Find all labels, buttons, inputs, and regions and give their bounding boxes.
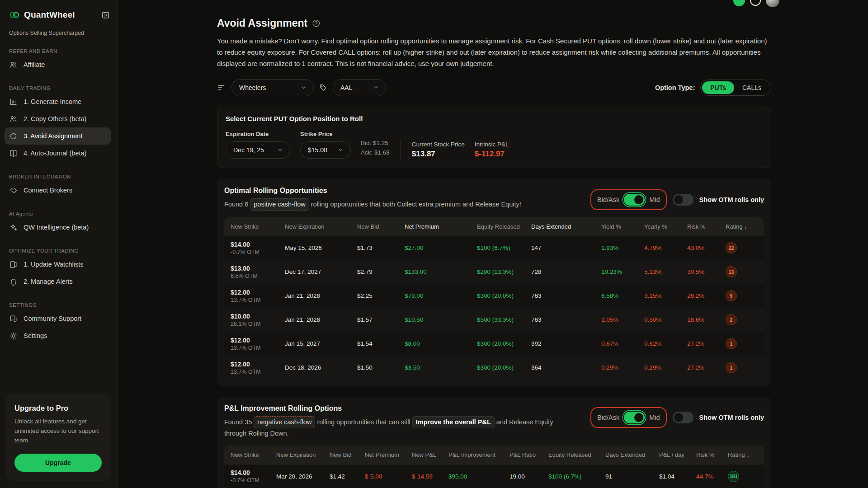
expiration-select[interactable]: Dec 19, 25 [226, 141, 290, 159]
cell-value: $8.00 [405, 340, 477, 347]
column-header[interactable]: New Expiration [276, 451, 330, 458]
show-otm-label: Show OTM rolls only [699, 414, 764, 421]
section-title: Optimal Rolling Opportunities [224, 187, 521, 195]
column-header[interactable]: New Strike [231, 223, 285, 230]
sidebar-item-settings[interactable]: Settings [5, 327, 111, 344]
ticker-select[interactable]: AAL [333, 79, 386, 96]
column-header[interactable]: Yield % [601, 223, 644, 230]
option-type-calls[interactable]: CALLs [734, 81, 769, 94]
sidebar-item-label: Community Support [24, 315, 81, 322]
strike-select[interactable]: $15.00 [300, 141, 351, 159]
sidebar-item-2-copy-others-beta[interactable]: 2. Copy Others (beta) [5, 110, 111, 127]
bidask-mid-toggle[interactable] [624, 194, 645, 206]
stock-price-value: $13.87 [412, 150, 465, 159]
column-header[interactable]: Days Extended [531, 223, 601, 230]
sidebar-item-2-manage-alerts[interactable]: 2. Manage Alerts [5, 273, 111, 290]
cell-value: $133.00 [405, 268, 477, 275]
table-cell: $12.0013.7% OTM [231, 289, 285, 303]
column-header[interactable]: Yearly % [644, 223, 687, 230]
cell-value: 147 [531, 244, 601, 251]
table-cell: $100 (6.7%) [477, 244, 531, 251]
strategy-select[interactable]: Wheelers [231, 79, 314, 96]
sidebar-item-affiliate[interactable]: Affiliate [5, 56, 111, 73]
column-header[interactable]: P&L / day [659, 451, 696, 458]
table-row[interactable]: $12.0013.7% OTMJan 21, 2028$2.25$79.00$3… [224, 284, 764, 308]
show-otm-toggle[interactable] [673, 194, 693, 206]
strategy-value: Wheelers [239, 84, 266, 91]
show-otm-label: Show OTM rolls only [699, 196, 764, 203]
column-header[interactable]: New Expiration [285, 223, 357, 230]
column-header[interactable]: New Bid [330, 451, 365, 458]
section-subtitle: Found 6 positive cash-flow rolling oppor… [224, 198, 521, 211]
column-header[interactable]: Net Premium [405, 223, 477, 230]
column-header[interactable]: Equity Released [548, 451, 605, 458]
cell-value: 4.79% [644, 244, 687, 251]
table-row[interactable]: $14.00-0.7% OTMMar 20, 2026$1.42$-5.00$-… [224, 464, 764, 488]
table-row[interactable]: $14.00-0.7% OTMMay 15, 2026$1.73$27.00$1… [224, 236, 764, 260]
cell-value: $12.00 [231, 289, 285, 296]
sidebar-item-4-auto-journal-beta[interactable]: 4. Auto-Journal (beta) [5, 145, 111, 162]
users-icon [9, 61, 18, 69]
table-row[interactable]: $13.006.5% OTMDec 17, 2027$2.79$133.00$2… [224, 260, 764, 284]
strike-value: $15.00 [308, 146, 327, 154]
sidebar-item-3-avoid-assignment[interactable]: 3. Avoid Assignment [5, 127, 111, 145]
column-header[interactable]: Rating ↓ [728, 451, 764, 458]
table-cell: 18.6% [687, 316, 726, 323]
option-type-puts[interactable]: PUTs [702, 81, 734, 94]
cell-value: Jan 21, 2028 [285, 292, 357, 299]
table-row[interactable]: $10.0028.1% OTMJan 21, 2028$1.57$10.50$5… [224, 308, 764, 332]
cell-value: 19.00 [509, 473, 548, 480]
table-cell: Jan 15, 2027 [285, 340, 357, 347]
toggle-knob [674, 413, 683, 422]
sidebar-item-connect-brokers[interactable]: Connect Brokers [5, 182, 111, 199]
sidebar-item-1-update-watchlists[interactable]: 1. Update Watchlists [5, 256, 111, 273]
column-header[interactable]: Days Extended [605, 451, 659, 458]
table-cell: Mar 20, 2026 [276, 473, 330, 480]
position-panel-title: Select Current PUT Option Position to Ro… [226, 115, 763, 122]
sidebar-section: OPTIMIZE YOUR TRADING1. Update Watchlist… [9, 248, 111, 290]
table-row[interactable]: $12.0013.7% OTMDec 18, 2026$1.50$3.50$30… [224, 356, 764, 380]
table-cell: 3.15% [644, 292, 687, 299]
expiration-field: Expiration Date Dec 19, 25 [226, 131, 290, 159]
cell-value: $14.00 [231, 241, 285, 248]
sidebar-item-community-support[interactable]: Community Support [5, 310, 111, 327]
chevron-down-icon [337, 146, 344, 153]
ticker-value: AAL [340, 84, 352, 91]
rating-badge: 181 [728, 471, 739, 482]
sidebar-item-1-generate-income[interactable]: 1. Generate Income [5, 93, 111, 110]
filter-icon[interactable] [217, 83, 226, 92]
page-title: Avoid Assignment [217, 17, 307, 29]
help-icon[interactable] [312, 19, 321, 28]
table-cell: 30.5% [687, 268, 726, 275]
table-row[interactable]: $12.0013.7% OTMJan 15, 2027$1.54$8.00$30… [224, 332, 764, 356]
column-header[interactable]: New P&L [412, 451, 448, 458]
bidask-mid-toggle[interactable] [624, 412, 645, 423]
column-header[interactable]: Rating ↓ [726, 223, 764, 230]
upgrade-button[interactable]: Upgrade [14, 454, 102, 472]
cell-value: $1.04 [659, 473, 696, 480]
table-cell: 26.2% [687, 292, 726, 299]
sidebar-collapse-icon[interactable] [101, 11, 110, 19]
cell-value: $14.00 [231, 469, 276, 476]
column-header[interactable]: P&L Improvement [448, 451, 509, 458]
cell-value: $12.00 [231, 337, 285, 344]
table-cell: $1.73 [357, 244, 405, 251]
column-header[interactable]: Risk % [687, 223, 726, 230]
sidebar-item-qw-intelligence-beta[interactable]: QW Intelligence (beta) [5, 219, 111, 236]
cell-value: 763 [531, 316, 601, 323]
column-header[interactable]: New Bid [357, 223, 405, 230]
column-header[interactable]: P&L Ratio [509, 451, 548, 458]
table-cell: 763 [531, 292, 601, 299]
column-header[interactable]: Equity Released [477, 223, 531, 230]
column-header[interactable]: Net Premium [365, 451, 412, 458]
cell-subvalue: 28.1% OTM [231, 321, 285, 327]
table-cell: 10.23% [601, 268, 644, 275]
tag-icon [319, 84, 327, 92]
column-header[interactable]: New Strike [231, 451, 276, 458]
table-cell: Dec 18, 2026 [285, 364, 357, 371]
show-otm-toggle[interactable] [673, 412, 693, 423]
intrinsic-pnl: Intrinsic P&L $-112.97 [475, 141, 509, 159]
table-cell: $3.50 [405, 364, 477, 371]
sidebar: QuantWheel Options Selling Supercharged … [0, 0, 118, 488]
column-header[interactable]: Risk % [696, 451, 728, 458]
